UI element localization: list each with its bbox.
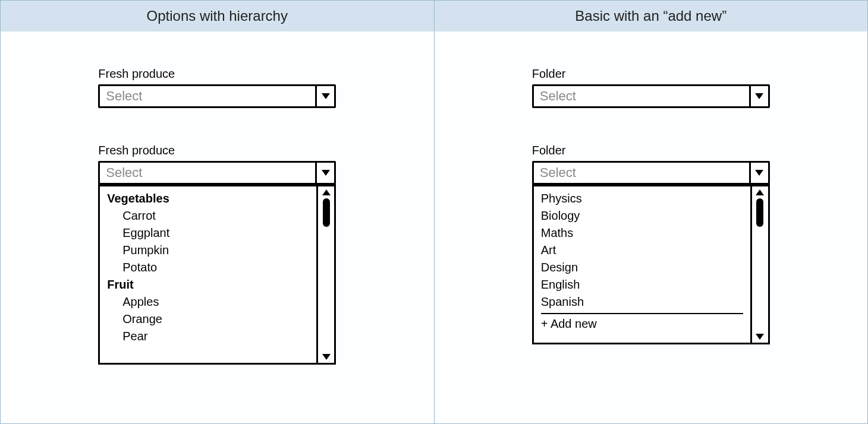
option-item[interactable]: Design bbox=[541, 259, 743, 276]
option-item[interactable]: Spanish bbox=[541, 293, 743, 311]
folder-select[interactable]: Select bbox=[532, 84, 770, 108]
produce-field-closed: Fresh produce Select bbox=[98, 67, 336, 108]
page-container: Options with hierarchy Basic with an “ad… bbox=[0, 0, 868, 424]
option-item[interactable]: English bbox=[541, 276, 743, 293]
scroll-down-button[interactable] bbox=[752, 331, 768, 343]
option-item[interactable]: Biology bbox=[541, 207, 743, 224]
scroll-up-button[interactable] bbox=[752, 186, 768, 198]
folder-field-open: Folder Select Physics Biology Maths Art … bbox=[532, 144, 770, 344]
produce-dropdown-button-open[interactable] bbox=[315, 163, 334, 183]
produce-select-open[interactable]: Select bbox=[98, 161, 336, 185]
produce-field-open: Fresh produce Select Vegetables Carrot E… bbox=[98, 144, 336, 365]
chevron-up-icon bbox=[756, 189, 764, 195]
left-column: Fresh produce Select Fresh produce Selec… bbox=[1, 31, 435, 423]
option-item[interactable]: Eggplant bbox=[107, 224, 309, 242]
produce-placeholder: Select bbox=[100, 86, 315, 106]
header-left: Options with hierarchy bbox=[1, 1, 435, 31]
chevron-down-icon bbox=[755, 170, 763, 176]
option-item[interactable]: Carrot bbox=[107, 207, 309, 224]
scroll-thumb[interactable] bbox=[323, 198, 330, 227]
produce-option-list: Vegetables Carrot Eggplant Pumpkin Potat… bbox=[100, 186, 316, 363]
scroll-down-button[interactable] bbox=[318, 351, 334, 363]
option-item[interactable]: Maths bbox=[541, 224, 743, 242]
body-row: Fresh produce Select Fresh produce Selec… bbox=[1, 31, 867, 423]
scroll-track[interactable] bbox=[318, 198, 334, 351]
header-right: Basic with an “add new” bbox=[435, 1, 868, 31]
option-item[interactable]: Physics bbox=[541, 190, 743, 207]
chevron-down-icon bbox=[322, 93, 330, 99]
folder-field-closed: Folder Select bbox=[532, 67, 770, 108]
produce-dropdown-panel: Vegetables Carrot Eggplant Pumpkin Potat… bbox=[98, 184, 336, 365]
option-item[interactable]: Art bbox=[541, 242, 743, 259]
folder-dropdown-button[interactable] bbox=[749, 86, 768, 106]
scroll-up-button[interactable] bbox=[318, 186, 334, 198]
option-group: Vegetables bbox=[107, 190, 309, 207]
produce-dropdown-button[interactable] bbox=[315, 86, 334, 106]
option-item[interactable]: Pumpkin bbox=[107, 242, 309, 259]
chevron-down-icon bbox=[756, 334, 764, 340]
chevron-down-icon bbox=[322, 170, 330, 176]
scroll-thumb[interactable] bbox=[756, 198, 763, 227]
add-new-option[interactable]: + Add new bbox=[541, 313, 743, 333]
chevron-up-icon bbox=[322, 189, 331, 195]
scroll-track[interactable] bbox=[752, 198, 768, 331]
folder-dropdown-panel: Physics Biology Maths Art Design English… bbox=[532, 184, 770, 344]
produce-select[interactable]: Select bbox=[98, 84, 336, 108]
option-group: Fruit bbox=[107, 276, 309, 293]
folder-placeholder-open: Select bbox=[534, 163, 749, 183]
folder-option-list: Physics Biology Maths Art Design English… bbox=[534, 186, 750, 343]
header-row: Options with hierarchy Basic with an “ad… bbox=[1, 1, 867, 31]
produce-placeholder-open: Select bbox=[100, 163, 315, 183]
chevron-down-icon bbox=[755, 93, 763, 99]
produce-label: Fresh produce bbox=[98, 67, 336, 81]
folder-select-open[interactable]: Select bbox=[532, 161, 770, 185]
scrollbar[interactable] bbox=[316, 186, 334, 363]
right-column: Folder Select Folder Select bbox=[435, 31, 868, 423]
folder-label: Folder bbox=[532, 67, 770, 81]
scrollbar[interactable] bbox=[750, 186, 768, 343]
folder-label-open: Folder bbox=[532, 144, 770, 157]
folder-placeholder: Select bbox=[534, 86, 749, 106]
option-item[interactable]: Apples bbox=[107, 293, 309, 311]
option-item[interactable]: Potato bbox=[107, 259, 309, 276]
produce-label-open: Fresh produce bbox=[98, 144, 336, 157]
option-item[interactable]: Pear bbox=[107, 328, 309, 345]
folder-dropdown-button-open[interactable] bbox=[749, 163, 768, 183]
option-item[interactable]: Orange bbox=[107, 311, 309, 328]
chevron-down-icon bbox=[322, 354, 331, 360]
